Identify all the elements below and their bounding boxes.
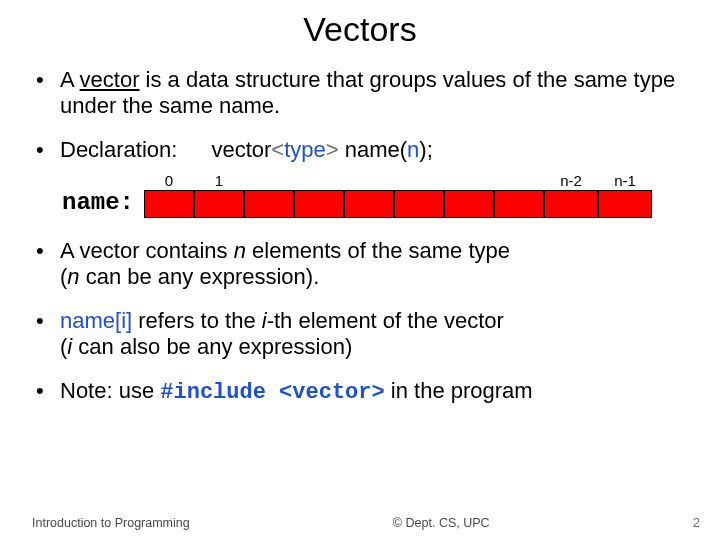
bullet-declaration: • Declaration: vector<type> name(n); xyxy=(32,137,688,163)
index-label xyxy=(244,173,294,188)
vector-cell xyxy=(244,190,294,218)
bullet-text: A vector is a data structure that groups… xyxy=(60,67,688,119)
index-label: 0 xyxy=(144,173,194,188)
bullet-contains: • A vector contains n elements of the sa… xyxy=(32,238,688,290)
cells-row xyxy=(144,190,652,218)
footer-center: © Dept. CS, UPC xyxy=(393,516,490,530)
vector-cell xyxy=(194,190,244,218)
index-label xyxy=(444,173,494,188)
code-name-i: name[i] xyxy=(60,308,132,333)
index-label: n-1 xyxy=(598,173,652,188)
text-fragment: in the program xyxy=(385,378,533,403)
text-fragment: is a data structure that groups values o… xyxy=(60,67,675,118)
bullet-definition: • A vector is a data structure that grou… xyxy=(32,67,688,119)
bullet-dot: • xyxy=(32,67,60,119)
index-label: n-2 xyxy=(544,173,598,188)
include-code: #include <vector> xyxy=(160,380,384,405)
index-label: 1 xyxy=(194,173,244,188)
bullet-text: A vector contains n elements of the same… xyxy=(60,238,688,290)
italic-n: n xyxy=(234,238,246,263)
vector-cells-wrap: 0 1 n-2 n-1 xyxy=(144,173,652,218)
vector-name-label: name: xyxy=(62,189,134,218)
declaration-code: vector<type> name(n); xyxy=(211,137,432,163)
text-fragment: -th element of the vector xyxy=(267,308,504,333)
vector-cell xyxy=(544,190,598,218)
page-title: Vectors xyxy=(0,10,720,49)
vector-cell xyxy=(294,190,344,218)
page-number: 2 xyxy=(693,515,700,530)
bullet-text: name[i] refers to the i-th element of th… xyxy=(60,308,688,360)
bullet-dot: • xyxy=(32,137,60,163)
bullet-text: Note: use #include <vector> in the progr… xyxy=(60,378,688,406)
code-type: type xyxy=(284,137,326,162)
bullet-name-i: • name[i] refers to the i-th element of … xyxy=(32,308,688,360)
vector-cell xyxy=(494,190,544,218)
index-label xyxy=(344,173,394,188)
code-name: name( xyxy=(345,137,407,162)
text-fragment: A xyxy=(60,67,80,92)
slide-body: • A vector is a data structure that grou… xyxy=(0,67,720,406)
code-n: n xyxy=(407,137,419,162)
vector-cell xyxy=(344,190,394,218)
code-lt: < xyxy=(271,137,284,162)
vector-term: vector xyxy=(80,67,140,92)
footer: Introduction to Programming © Dept. CS, … xyxy=(0,515,720,530)
text-fragment: can also be any expression) xyxy=(72,334,352,359)
bullet-dot: • xyxy=(32,308,60,360)
vector-cell xyxy=(144,190,194,218)
footer-left: Introduction to Programming xyxy=(32,516,190,530)
vector-diagram: name: 0 1 n-2 n-1 xyxy=(62,173,688,218)
bullet-dot: • xyxy=(32,378,60,406)
index-label xyxy=(394,173,444,188)
text-fragment: refers to the xyxy=(132,308,262,333)
declaration-label: Declaration: xyxy=(60,137,177,163)
italic-n: n xyxy=(67,264,79,289)
code-close: ); xyxy=(419,137,432,162)
bullet-dot: • xyxy=(32,238,60,290)
text-fragment: Note: use xyxy=(60,378,160,403)
vector-cell xyxy=(598,190,652,218)
code-gt: > xyxy=(326,137,339,162)
vector-cell xyxy=(394,190,444,218)
text-fragment: elements of the same type xyxy=(246,238,510,263)
index-label xyxy=(494,173,544,188)
index-label xyxy=(294,173,344,188)
text-fragment: can be any expression). xyxy=(80,264,320,289)
code-vector: vector xyxy=(211,137,271,162)
bullet-note: • Note: use #include <vector> in the pro… xyxy=(32,378,688,406)
vector-cell xyxy=(444,190,494,218)
text-fragment: A vector contains xyxy=(60,238,234,263)
index-row: 0 1 n-2 n-1 xyxy=(144,173,652,188)
